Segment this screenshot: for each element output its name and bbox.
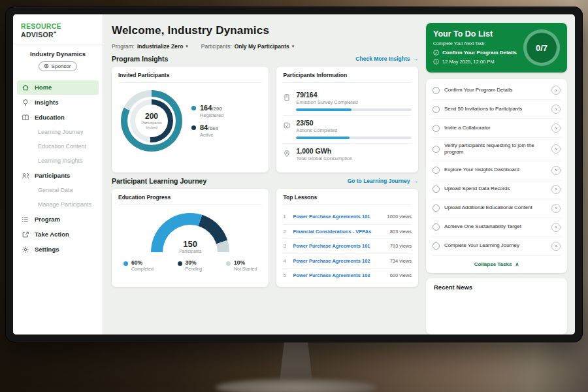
todo-next-task-label: Confirm Your Program Details bbox=[442, 50, 517, 56]
stat-value: 23/50 bbox=[296, 119, 412, 127]
todo-task-row[interactable]: Verify participants requesting to join t… bbox=[433, 138, 561, 161]
task-label: Invite a Collaborator bbox=[444, 125, 547, 131]
todo-task-row[interactable]: Upload Additional Educational Content › bbox=[433, 199, 561, 218]
arrow-right-icon: → bbox=[413, 56, 419, 62]
sidebar-item-label: General Data bbox=[38, 187, 73, 193]
chevron-right-icon[interactable]: › bbox=[551, 86, 561, 95]
task-checkbox[interactable] bbox=[433, 125, 440, 132]
legend-pct: 30% bbox=[186, 259, 203, 266]
sidebar: RESOURCE ADVISOR+ Industry Dynamics Spon… bbox=[13, 14, 103, 335]
program-filter-dropdown[interactable]: Program: Industrialize Zero ▾ bbox=[112, 43, 188, 50]
lesson-rank: 3 bbox=[283, 243, 288, 249]
education-gauge-chart: 150 Participants bbox=[151, 213, 229, 253]
todo-task-row[interactable]: Upload Spend Data Records › bbox=[433, 180, 561, 199]
brand-logo: RESOURCE ADVISOR+ bbox=[13, 21, 103, 44]
filter-bar: Program: Industrialize Zero ▾ Participan… bbox=[112, 43, 418, 50]
participants-information-title: Participants Information bbox=[283, 72, 412, 83]
legend-label: Completed bbox=[131, 267, 154, 271]
lesson-row: 5 Power Purchase Agreements 103 600 view… bbox=[283, 269, 412, 283]
chevron-down-icon: ▾ bbox=[186, 44, 188, 49]
screen: RESOURCE ADVISOR+ Industry Dynamics Spon… bbox=[13, 14, 575, 335]
task-checkbox[interactable] bbox=[433, 204, 440, 212]
check-circle-icon bbox=[433, 50, 439, 56]
learning-journey-cards: Education Progress 150 Participants bbox=[112, 189, 418, 287]
lesson-row: 3 Power Purchase Agreements 101 793 view… bbox=[283, 239, 412, 254]
go-to-learning-journey-link[interactable]: Go to Learning Journey → bbox=[348, 178, 418, 184]
participants-filter-label: Participants: bbox=[201, 43, 232, 50]
invited-donut-legend: 164/200 Registered 84/164 Active bbox=[191, 99, 223, 143]
task-checkbox[interactable] bbox=[433, 186, 440, 193]
chevron-right-icon[interactable]: › bbox=[551, 242, 561, 251]
sidebar-item-label: Learning Insights bbox=[38, 157, 83, 164]
chevron-right-icon[interactable]: › bbox=[551, 105, 561, 114]
lesson-rank: 4 bbox=[283, 258, 288, 264]
sidebar-nav: Home Insights Education Learning Journey… bbox=[13, 80, 103, 257]
task-checkbox[interactable] bbox=[433, 146, 440, 153]
chevron-right-icon[interactable]: › bbox=[551, 185, 561, 194]
task-checkbox[interactable] bbox=[433, 106, 440, 113]
check-more-insights-link[interactable]: Check More Insights → bbox=[355, 56, 418, 62]
todo-next-task[interactable]: Confirm Your Program Details bbox=[433, 50, 518, 56]
sidebar-item-education-content[interactable]: Education Content bbox=[17, 140, 99, 154]
sidebar-item-learning-insights[interactable]: Learning Insights bbox=[17, 154, 99, 168]
todo-task-row[interactable]: Achieve One Sustainability Target › bbox=[433, 218, 561, 237]
arrow-right-icon: → bbox=[413, 178, 419, 184]
education-progress-title: Education Progress bbox=[118, 194, 262, 205]
sponsor-badge[interactable]: Sponsor bbox=[39, 61, 78, 71]
lesson-link[interactable]: Power Purchase Agreements 103 bbox=[293, 272, 385, 278]
chevron-right-icon[interactable]: › bbox=[551, 123, 561, 133]
task-checkbox[interactable] bbox=[433, 87, 440, 94]
task-label: Verify participants requesting to join t… bbox=[444, 142, 547, 156]
program-filter-label: Program: bbox=[112, 43, 135, 50]
lesson-rank: 2 bbox=[283, 229, 288, 235]
todo-task-row[interactable]: Confirm Your Program Details › bbox=[433, 81, 561, 100]
chevron-right-icon[interactable]: › bbox=[551, 144, 561, 154]
task-checkbox[interactable] bbox=[433, 242, 440, 250]
chevron-down-icon: ▾ bbox=[292, 44, 295, 49]
sidebar-item-label: Learning Journey bbox=[38, 129, 84, 135]
education-progress-card: Education Progress 150 Participants bbox=[112, 189, 269, 287]
todo-task-row[interactable]: Send 50 Invitations to Participants › bbox=[433, 100, 561, 119]
participants-information-card: Participants Information 79/164 Emission… bbox=[276, 67, 418, 172]
sidebar-item-participants[interactable]: Participants bbox=[17, 169, 99, 183]
todo-task-row[interactable]: Complete Your Learning Journey › bbox=[433, 237, 561, 256]
task-label: Upload Additional Educational Content bbox=[444, 204, 547, 211]
gear-icon bbox=[22, 246, 29, 253]
lesson-link[interactable]: Power Purchase Agreements 101 bbox=[293, 214, 382, 220]
todo-task-row[interactable]: Invite a Collaborator › bbox=[433, 119, 561, 138]
sidebar-item-learning-journey[interactable]: Learning Journey bbox=[17, 125, 99, 139]
legend-item-registered: 164/200 Registered bbox=[191, 104, 223, 118]
todo-progress-label: 0/7 bbox=[536, 43, 547, 53]
sidebar-item-label: Participants bbox=[35, 172, 70, 179]
sidebar-item-settings[interactable]: Settings bbox=[17, 242, 99, 257]
survey-progress-fill bbox=[296, 108, 351, 111]
lesson-link[interactable]: Power Purchase Agreements 101 bbox=[293, 243, 385, 249]
program-insights-cards: Invited Participants 200 Participants In… bbox=[112, 67, 418, 172]
gauge-center-value: 150 bbox=[151, 239, 229, 249]
sidebar-item-take-action[interactable]: Take Action bbox=[17, 227, 99, 242]
chevron-right-icon[interactable]: › bbox=[551, 204, 561, 213]
lesson-link[interactable]: Financial Considerations - VPPAs bbox=[293, 229, 385, 235]
donut-center-label: Participants Invited bbox=[137, 121, 166, 131]
sidebar-item-program[interactable]: Program bbox=[17, 212, 99, 227]
top-lessons-card: Top Lessons 1 Power Purchase Agreements … bbox=[276, 189, 418, 287]
sidebar-item-manage-participants[interactable]: Manage Participants bbox=[17, 198, 99, 212]
sidebar-item-general-data[interactable]: General Data bbox=[17, 184, 99, 197]
sidebar-item-home[interactable]: Home bbox=[17, 80, 99, 95]
chevron-right-icon[interactable]: › bbox=[551, 223, 561, 232]
monitor-stand-base bbox=[216, 379, 376, 392]
chevron-right-icon[interactable]: › bbox=[551, 166, 561, 175]
sidebar-item-insights[interactable]: Insights bbox=[17, 95, 99, 110]
program-insights-title: Program Insights bbox=[112, 55, 168, 63]
legend-dot bbox=[178, 261, 182, 266]
sidebar-item-education[interactable]: Education bbox=[17, 110, 99, 125]
collapse-tasks-button[interactable]: Collapse Tasks ∧ bbox=[433, 256, 561, 273]
task-checkbox[interactable] bbox=[433, 167, 440, 174]
task-checkbox[interactable] bbox=[433, 223, 440, 231]
invited-participants-card: Invited Participants 200 Participants In… bbox=[112, 67, 269, 172]
task-label: Confirm Your Program Details bbox=[444, 87, 547, 93]
stat-label: Actions Completed bbox=[296, 127, 412, 133]
participants-filter-dropdown[interactable]: Participants: Only My Participants ▾ bbox=[201, 43, 294, 50]
lesson-link[interactable]: Power Purchase Agreements 102 bbox=[293, 258, 385, 264]
todo-task-row[interactable]: Explore Your Insights Dashboard › bbox=[433, 161, 561, 180]
